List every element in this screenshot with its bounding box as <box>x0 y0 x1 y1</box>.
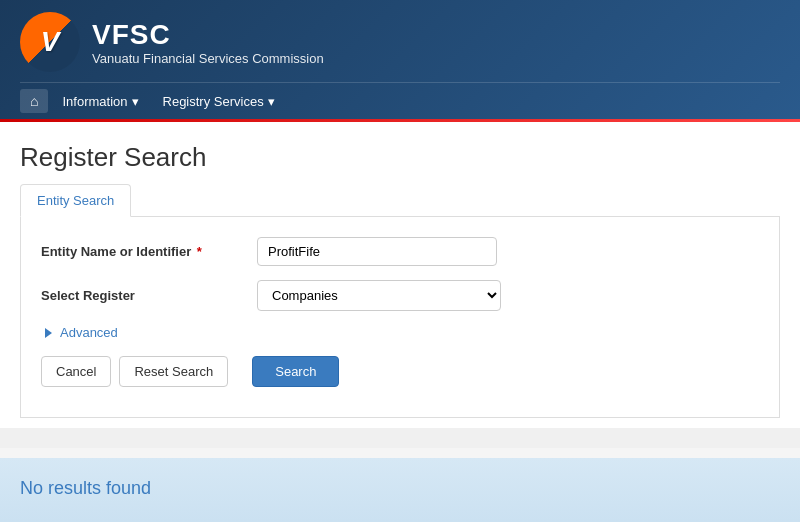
nav-information-chevron: ▾ <box>132 94 139 109</box>
header-top: V VFSC Vanuatu Financial Services Commis… <box>20 12 780 82</box>
select-register-row: Select Register Companies Business Names… <box>41 280 759 311</box>
tab-entity-search[interactable]: Entity Search <box>20 184 131 217</box>
org-full-name: Vanuatu Financial Services Commission <box>92 51 324 66</box>
tabs-container: Entity Search <box>20 183 780 217</box>
page-title: Register Search <box>20 142 780 173</box>
home-icon: ⌂ <box>30 93 38 109</box>
no-results-section: No results found <box>0 458 800 522</box>
main-content: Register Search Entity Search Entity Nam… <box>0 122 800 428</box>
required-marker: * <box>193 244 202 259</box>
advanced-triangle-icon <box>45 328 52 338</box>
gap-section <box>0 428 800 448</box>
reset-search-button[interactable]: Reset Search <box>119 356 228 387</box>
org-name: VFSC Vanuatu Financial Services Commissi… <box>92 19 324 66</box>
tab-entity-search-label: Entity Search <box>37 193 114 208</box>
entity-name-input[interactable] <box>257 237 497 266</box>
logo-letter: V <box>41 26 60 58</box>
no-results-text: No results found <box>20 478 780 499</box>
logo-container: V VFSC Vanuatu Financial Services Commis… <box>20 12 324 72</box>
entity-name-label: Entity Name or Identifier * <box>41 244 241 259</box>
nav-registry-label: Registry Services <box>163 94 264 109</box>
register-select[interactable]: Companies Business Names Trusts Associat… <box>257 280 501 311</box>
cancel-button[interactable]: Cancel <box>41 356 111 387</box>
home-nav-link[interactable]: ⌂ <box>20 89 48 113</box>
nav-registry-services[interactable]: Registry Services ▾ <box>153 90 285 113</box>
site-header: V VFSC Vanuatu Financial Services Commis… <box>0 0 800 119</box>
nav-information[interactable]: Information ▾ <box>52 90 148 113</box>
search-button[interactable]: Search <box>252 356 339 387</box>
nav-registry-chevron: ▾ <box>268 94 275 109</box>
logo-icon: V <box>20 12 80 72</box>
org-short-name: VFSC <box>92 19 324 51</box>
entity-name-row: Entity Name or Identifier * <box>41 237 759 266</box>
form-area: Entity Name or Identifier * Select Regis… <box>20 217 780 418</box>
nav-bar: ⌂ Information ▾ Registry Services ▾ <box>20 82 780 119</box>
advanced-link[interactable]: Advanced <box>45 325 759 340</box>
advanced-row: Advanced <box>41 325 759 340</box>
button-row: Cancel Reset Search Search <box>41 356 759 387</box>
nav-information-label: Information <box>62 94 127 109</box>
select-register-label: Select Register <box>41 288 241 303</box>
advanced-link-label: Advanced <box>60 325 118 340</box>
